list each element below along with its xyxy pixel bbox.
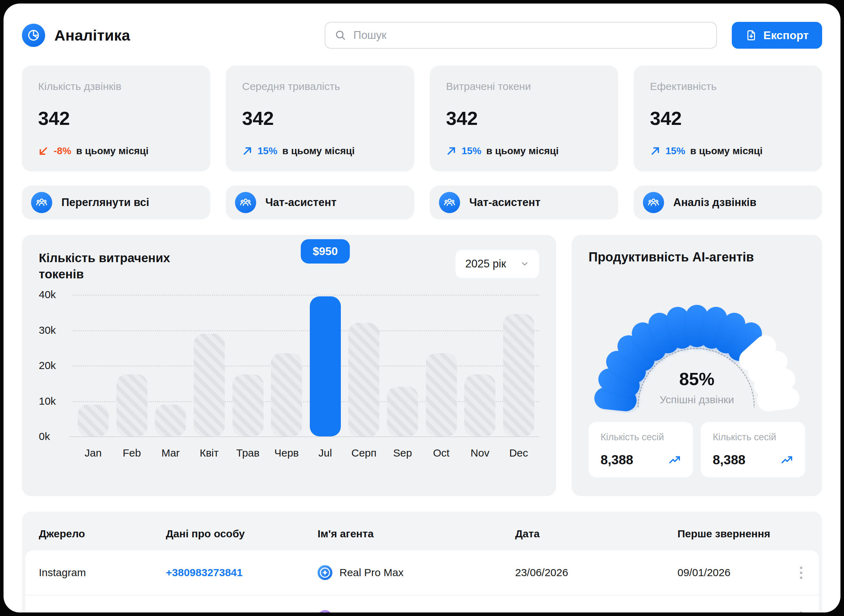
bar-column-Jul[interactable]: $950 — [310, 295, 341, 436]
column-header-agent: Ім'я агента — [317, 528, 515, 540]
table-body: Instagram +380983273841 Real Pro — [25, 550, 819, 613]
stat-label: Ефективність — [650, 81, 806, 92]
pie-chart-icon — [27, 29, 40, 42]
delta-percent: 15% — [461, 145, 481, 157]
plot-area: $950 — [73, 295, 539, 436]
delta-text: в цьому місяці — [76, 145, 148, 157]
stat-value: 342 — [650, 107, 806, 129]
y-tick-label: 20k — [39, 359, 56, 371]
bar-column-Feb[interactable] — [116, 295, 147, 436]
trending-up-icon — [668, 454, 681, 466]
sessions-value: 8,388 — [713, 453, 746, 468]
search-input[interactable] — [353, 29, 707, 42]
contacts-table-card: Джерело Дані про особу Ім'я агента Дата … — [22, 512, 822, 613]
stat-value: 342 — [38, 107, 194, 129]
row-menu-kebab-icon[interactable] — [797, 609, 805, 613]
bar[interactable] — [464, 374, 495, 436]
stat-label: Середня тривалість — [242, 81, 398, 92]
cell-source: Instagram — [39, 567, 166, 579]
table-row[interactable]: Телефонія +380983273841 Не Real P — [25, 595, 819, 613]
export-file-download-icon — [745, 29, 757, 41]
x-tick-label: Nov — [464, 447, 495, 459]
search-bar[interactable] — [324, 22, 717, 49]
export-button-label: Експорт — [763, 29, 809, 42]
trend-arrow-icon — [446, 146, 456, 156]
bar-column-Черв[interactable] — [271, 295, 302, 436]
app-logo — [22, 23, 45, 47]
column-header-first-contact: Перше звернення — [677, 528, 788, 540]
column-header-date: Дата — [515, 528, 677, 540]
agent-name: Real Pro Max — [339, 567, 404, 579]
bar-column-Dec[interactable] — [503, 295, 534, 436]
quick-action-chat-assistant-2[interactable]: Чат-асистент — [430, 186, 618, 220]
cell-source: Телефонія — [39, 612, 166, 613]
quick-action-chat-assistant-1[interactable]: Чат-асистент — [226, 186, 414, 220]
bar[interactable] — [271, 353, 302, 436]
x-axis-line — [69, 436, 539, 437]
y-axis: 40k30k20k10k0k — [39, 295, 73, 436]
bar[interactable] — [232, 374, 264, 436]
cell-date: 23/06/2026 — [515, 567, 677, 579]
delta-percent: 15% — [665, 145, 685, 157]
stat-delta: 15% в цьому місяці — [242, 145, 398, 157]
table-row[interactable]: Instagram +380983273841 Real Pro — [25, 550, 819, 595]
quick-action-call-analysis[interactable]: Аналіз дзвінків — [634, 186, 822, 220]
cell-contact-phone[interactable]: +380983273841 — [166, 567, 317, 579]
bar[interactable] — [348, 323, 379, 436]
bar[interactable] — [426, 353, 457, 436]
cell-contact-phone[interactable]: +380983273841 — [166, 612, 317, 613]
delta-percent: -8% — [54, 145, 71, 157]
bar-column-Серп[interactable] — [348, 295, 379, 436]
delta-percent: 15% — [258, 145, 277, 157]
stat-label: Витрачені токени — [446, 81, 602, 92]
bar-highlighted[interactable] — [310, 296, 341, 436]
quick-actions-row: Переглянути всі Чат-асистент Чат-асист — [22, 186, 822, 220]
y-tick-label: 40k — [39, 289, 56, 301]
bar[interactable] — [503, 314, 534, 436]
gauge-chart: 85% Успішні дзвінки — [589, 274, 805, 408]
x-tick-label: Трав — [232, 447, 264, 459]
row-menu-kebab-icon[interactable] — [797, 564, 805, 582]
chart-title: Кількість витрачених токенів — [39, 250, 208, 282]
bar-column-Oct[interactable] — [426, 295, 457, 436]
x-tick-label: Jul — [310, 447, 341, 459]
cell-date: 23/06/2026 — [515, 612, 677, 613]
bar[interactable] — [194, 334, 225, 436]
x-axis-labels: JanFebMarКвітТравЧервJulСерпSepOctNovDec — [73, 447, 539, 459]
quick-action-label: Переглянути всі — [62, 196, 149, 209]
quick-action-view-all[interactable]: Переглянути всі — [22, 186, 210, 220]
year-dropdown[interactable]: 2025 рік — [455, 250, 539, 278]
quick-action-label: Аналіз дзвінків — [673, 196, 756, 209]
bar-column-Трав[interactable] — [232, 295, 264, 436]
x-tick-label: Серп — [348, 447, 379, 459]
sessions-value: 8,388 — [600, 453, 633, 468]
bar[interactable] — [387, 387, 418, 436]
stat-delta: -8% в цьому місяці — [38, 145, 194, 157]
x-tick-label: Mar — [155, 447, 186, 459]
main-row: Кількість витрачених токенів 2025 рік 40… — [22, 235, 822, 496]
stat-delta: 15% в цьому місяці — [446, 145, 602, 157]
stat-card-duration: Середня тривалість 342 15% в цьому місяц… — [226, 66, 414, 172]
stat-value: 342 — [446, 107, 602, 129]
stat-card-calls: Кількість дзвінків 342 -8% в цьому місяц… — [22, 66, 210, 172]
bar[interactable] — [155, 405, 186, 436]
bar[interactable] — [78, 405, 109, 436]
cell-agent: Real Pro Max — [317, 565, 515, 580]
export-button[interactable]: Експорт — [732, 22, 822, 49]
table-header-row: Джерело Дані про особу Ім'я агента Дата … — [25, 515, 819, 550]
agent-badge-icon — [317, 565, 332, 580]
bar-column-Mar[interactable] — [155, 295, 186, 436]
x-tick-label: Feb — [116, 447, 147, 459]
bar-column-Sep[interactable] — [387, 295, 418, 436]
bar-tooltip: $950 — [301, 239, 350, 264]
top-bar: Аналітика Експорт — [22, 22, 822, 49]
bar-column-Квіт[interactable] — [194, 295, 225, 436]
agent-badge-icon — [317, 610, 332, 613]
bar[interactable] — [116, 374, 147, 436]
delta-text: в цьому місяці — [690, 145, 762, 157]
bar-column-Jan[interactable] — [78, 295, 109, 436]
search-icon — [335, 29, 346, 41]
stat-card-tokens: Витрачені токени 342 15% в цьому місяці — [430, 66, 618, 172]
gauge-center-text: 85% Успішні дзвінки — [626, 369, 768, 406]
bar-column-Nov[interactable] — [464, 295, 495, 436]
